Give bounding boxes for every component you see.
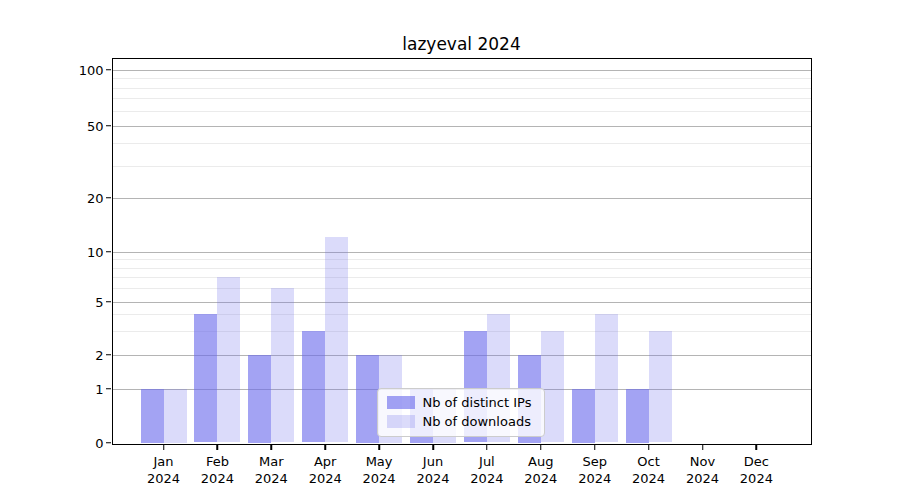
legend: Nb of distinct IPs Nb of downloads xyxy=(377,388,545,437)
x-tick-mark xyxy=(756,445,758,450)
legend-swatch-downloads xyxy=(387,415,415,428)
y-tick-mark xyxy=(106,301,111,303)
x-tick-label: Dec 2024 xyxy=(740,453,773,487)
y-tick-label: 10 xyxy=(87,245,104,258)
x-tick-label: Aug 2024 xyxy=(524,453,557,487)
y-tick-mark xyxy=(106,69,111,71)
x-tick-mark xyxy=(324,445,326,450)
x-tick-mark xyxy=(594,445,596,450)
x-tick-mark xyxy=(486,445,488,450)
x-tick-label: May 2024 xyxy=(363,453,396,487)
y-tick-mark xyxy=(106,354,111,356)
x-tick-mark xyxy=(217,445,219,450)
y-tick-mark xyxy=(106,197,111,199)
x-tick-label: Apr 2024 xyxy=(309,453,342,487)
chart-title: lazyeval 2024 xyxy=(113,34,810,54)
y-tick-label: 50 xyxy=(87,119,104,132)
x-tick-label: Jul 2024 xyxy=(470,453,503,487)
x-tick-label: Oct 2024 xyxy=(632,453,665,487)
axis-layer: 0125102050100Jan 2024Feb 2024Mar 2024Apr… xyxy=(113,59,811,444)
x-tick-mark xyxy=(540,445,542,450)
legend-row-distinct-ips: Nb of distinct IPs xyxy=(387,395,535,411)
y-tick-mark xyxy=(106,388,111,390)
chart-figure: lazyeval 2024 0125102050100Jan 2024Feb 2… xyxy=(0,0,900,500)
x-tick-label: Jun 2024 xyxy=(416,453,449,487)
legend-row-downloads: Nb of downloads xyxy=(387,414,535,430)
y-tick-label: 5 xyxy=(95,295,103,308)
y-tick-mark xyxy=(106,125,111,127)
y-tick-label: 100 xyxy=(79,63,104,76)
y-tick-label: 20 xyxy=(87,191,104,204)
x-tick-label: Feb 2024 xyxy=(201,453,234,487)
x-tick-mark xyxy=(271,445,273,450)
x-tick-label: Nov 2024 xyxy=(686,453,719,487)
x-tick-mark xyxy=(378,445,380,450)
x-tick-label: Mar 2024 xyxy=(255,453,288,487)
y-tick-mark xyxy=(106,442,111,444)
x-tick-mark xyxy=(163,445,165,450)
y-tick-label: 1 xyxy=(95,382,103,395)
legend-label-downloads: Nb of downloads xyxy=(423,414,531,429)
y-tick-mark xyxy=(106,251,111,253)
x-tick-mark xyxy=(702,445,704,450)
x-tick-label: Jan 2024 xyxy=(147,453,180,487)
y-tick-label: 2 xyxy=(95,348,103,361)
y-tick-label: 0 xyxy=(95,436,103,449)
legend-label-distinct-ips: Nb of distinct IPs xyxy=(423,395,532,410)
legend-swatch-distinct-ips xyxy=(387,396,415,409)
x-tick-mark xyxy=(432,445,434,450)
x-tick-label: Sep 2024 xyxy=(578,453,611,487)
x-tick-mark xyxy=(648,445,650,450)
plot-area: 0125102050100Jan 2024Feb 2024Mar 2024Apr… xyxy=(112,58,812,445)
